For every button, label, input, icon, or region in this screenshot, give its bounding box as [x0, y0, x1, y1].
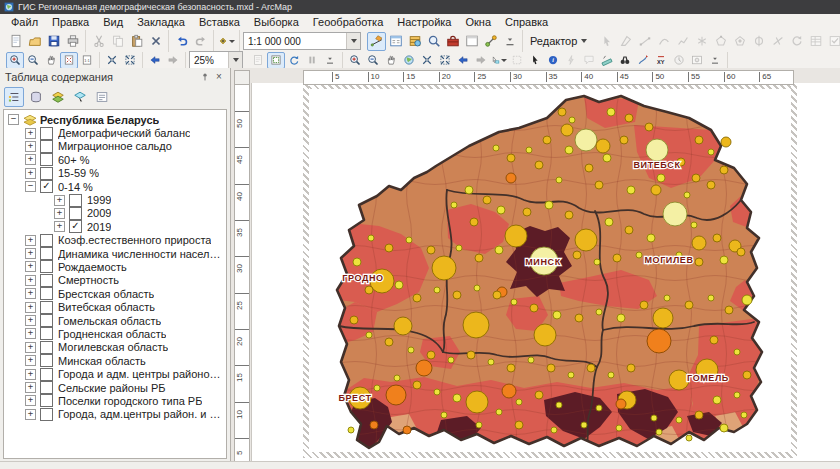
straight-segment-icon[interactable] [635, 32, 654, 51]
overflow-icon[interactable] [706, 52, 724, 69]
zoom-percent-combo[interactable]: 25% [189, 51, 243, 69]
fixed-zoom-in-icon[interactable] [418, 52, 436, 69]
layer-checkbox[interactable] [40, 314, 53, 327]
list-by-selection-icon[interactable] [70, 87, 90, 107]
go-forward-extent-icon[interactable] [164, 52, 182, 69]
new-document-icon[interactable] [6, 32, 25, 51]
toc-tree-item-11[interactable]: +Рождаемость [4, 260, 226, 273]
expand-icon[interactable]: + [25, 235, 36, 246]
open-folder-icon[interactable] [25, 32, 44, 51]
paste-icon[interactable] [127, 32, 146, 51]
expand-icon[interactable]: + [25, 395, 36, 406]
layer-checkbox[interactable] [40, 341, 53, 354]
fixed-zoom-in-icon[interactable] [103, 52, 121, 69]
time-slider-icon[interactable] [670, 52, 688, 69]
layer-checkbox[interactable] [40, 153, 53, 166]
toc-options-icon[interactable] [92, 87, 112, 107]
layer-checkbox[interactable] [40, 234, 53, 247]
arctoolbox-icon[interactable] [443, 32, 462, 51]
layer-checkbox[interactable] [40, 167, 53, 180]
redo-icon[interactable] [191, 32, 210, 51]
toc-tree-item-15[interactable]: +Гомельская область [4, 314, 226, 327]
expand-icon[interactable]: + [54, 221, 65, 232]
sketch-properties-icon[interactable] [825, 32, 840, 51]
overflow-icon[interactable] [500, 32, 519, 51]
editor-menu[interactable]: Редактор [523, 32, 594, 50]
find-route-icon[interactable] [634, 52, 652, 69]
expand-icon[interactable]: + [25, 382, 36, 393]
toc-tree-item-18[interactable]: +Минская область [4, 354, 226, 367]
collapse-icon[interactable]: − [25, 181, 36, 192]
menu-item-9[interactable]: Справка [498, 15, 555, 29]
menu-item-2[interactable]: Вид [96, 15, 130, 29]
toc-tree-item-6[interactable]: +1999 [4, 193, 226, 206]
layer-checkbox[interactable] [69, 207, 82, 220]
layer-checkbox[interactable] [40, 381, 53, 394]
catalog-icon[interactable] [405, 32, 424, 51]
print-icon[interactable] [63, 32, 82, 51]
collapse-icon[interactable]: − [8, 114, 19, 125]
edit-vertices-icon[interactable] [711, 32, 730, 51]
scale-combo[interactable]: 1:1 000 000 [243, 32, 361, 50]
map-area[interactable]: ВИТЕБСКМИНСКМОГИЛЕВГРОДНОГОМЕЛЬБРЕСТ 510… [231, 68, 840, 462]
zoom-whole-page-icon[interactable] [60, 52, 78, 69]
toc-tree-item-16[interactable]: +Гродненская область [4, 327, 226, 340]
reshape-icon[interactable] [730, 32, 749, 51]
fixed-zoom-out-icon[interactable] [121, 52, 139, 69]
expand-icon[interactable]: + [25, 141, 36, 152]
full-extent-icon[interactable] [400, 52, 418, 69]
list-by-drawing-order-icon[interactable] [4, 87, 24, 107]
menu-item-6[interactable]: Геообработка [306, 15, 391, 29]
menu-item-7[interactable]: Настройка [390, 15, 458, 29]
layer-checkbox[interactable] [40, 247, 53, 260]
menu-item-0[interactable]: Файл [4, 15, 45, 29]
rotate-icon[interactable] [787, 32, 806, 51]
toc-tree-item-9[interactable]: +Коэф.естественного прироста [4, 234, 226, 247]
layer-checkbox[interactable] [40, 260, 53, 273]
expand-icon[interactable]: + [25, 409, 36, 420]
split-icon[interactable] [768, 32, 787, 51]
layer-checkbox[interactable] [40, 368, 53, 381]
pan-icon[interactable] [382, 52, 400, 69]
layer-checkbox[interactable] [40, 274, 53, 287]
cut-polygons-icon[interactable] [749, 32, 768, 51]
zoom-out-icon[interactable] [364, 52, 382, 69]
table-of-contents-icon[interactable] [386, 32, 405, 51]
point-icon[interactable] [692, 32, 711, 51]
toc-tree-item-1[interactable]: +Демографический баланс [4, 126, 226, 139]
layer-checkbox[interactable] [40, 408, 53, 421]
find-icon[interactable] [616, 52, 634, 69]
attributes-icon[interactable] [806, 32, 825, 51]
edit-sketch-icon[interactable] [367, 32, 386, 51]
measure-icon[interactable] [598, 52, 616, 69]
toc-tree-item-14[interactable]: +Витебская область [4, 300, 226, 313]
hyperlink-icon[interactable] [562, 52, 580, 69]
forward-extent-icon[interactable] [472, 52, 490, 69]
expand-icon[interactable]: + [25, 275, 36, 286]
layer-checkbox[interactable] [40, 301, 53, 314]
expand-icon[interactable]: + [25, 342, 36, 353]
menu-item-5[interactable]: Выборка [247, 15, 306, 29]
toc-tree-item-5[interactable]: −✓0-14 % [4, 180, 226, 193]
map-svg[interactable]: ВИТЕБСКМИНСКМОГИЛЕВГРОДНОГОМЕЛЬБРЕСТ [231, 68, 840, 462]
layer-checkbox[interactable] [40, 354, 53, 367]
viewer-window-icon[interactable] [688, 52, 706, 69]
layer-checkbox[interactable] [40, 127, 53, 140]
combo-dropdown-icon[interactable] [228, 52, 242, 68]
toc-tree-item-13[interactable]: +Брестская область [4, 287, 226, 300]
layer-checkbox[interactable] [69, 194, 82, 207]
toc-tree-item-3[interactable]: +60+ % [4, 153, 226, 166]
list-by-source-icon[interactable] [26, 87, 46, 107]
expand-icon[interactable]: + [25, 261, 36, 272]
toc-tree-item-12[interactable]: +Смертность [4, 274, 226, 287]
expand-icon[interactable]: + [25, 355, 36, 366]
undo-icon[interactable] [172, 32, 191, 51]
toc-tree-item-2[interactable]: +Миграционное сальдо [4, 140, 226, 153]
expand-icon[interactable]: + [54, 208, 65, 219]
expand-icon[interactable]: + [25, 288, 36, 299]
expand-icon[interactable]: + [25, 154, 36, 165]
toc-tree-item-10[interactable]: +Динамика численности населения [4, 247, 226, 260]
pan-page-icon[interactable] [42, 52, 60, 69]
select-features-icon[interactable] [490, 52, 508, 69]
html-popup-icon[interactable] [580, 52, 598, 69]
